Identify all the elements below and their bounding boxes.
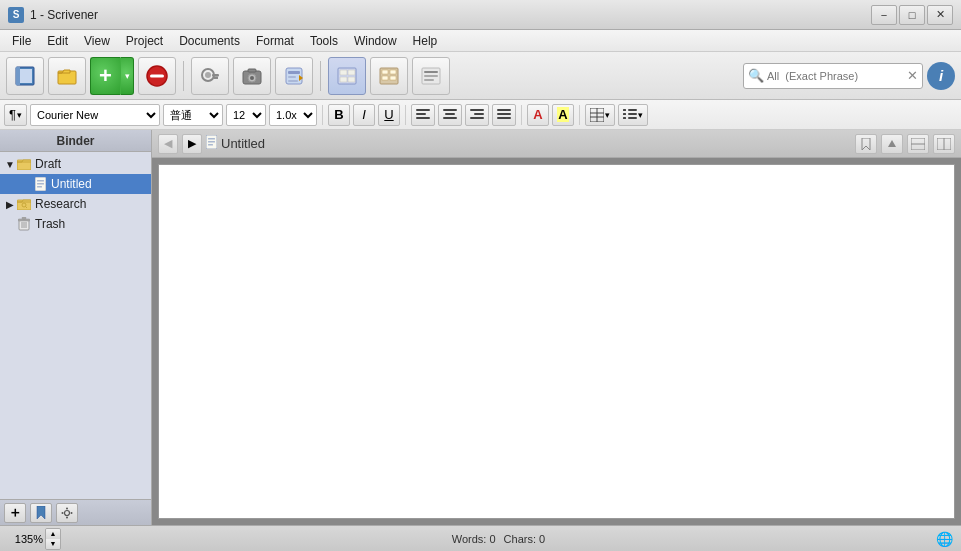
align-justify-button[interactable] [492,104,516,126]
editor-bookmark-button[interactable] [855,134,877,154]
svg-rect-22 [340,77,347,82]
svg-rect-57 [37,180,44,182]
table-button[interactable]: ▾ [585,104,615,126]
font-style-select[interactable]: 普通 [163,104,223,126]
menu-tools[interactable]: Tools [302,32,346,50]
editor-doc-icon [206,135,217,152]
align-left-button[interactable] [411,104,435,126]
maximize-button[interactable]: □ [899,5,925,25]
stop-button[interactable] [138,57,176,95]
align-center-button[interactable] [438,104,462,126]
menu-view[interactable]: View [76,32,118,50]
editor-up-button[interactable] [881,134,903,154]
research-label: Research [35,197,86,211]
untitled-label: Untitled [51,177,92,191]
editor-header: ◀ ▶ Untitled [152,130,961,158]
binder-settings-button[interactable] [56,503,78,523]
editor-split-horiz-button[interactable] [907,134,929,154]
paragraph-style-button[interactable]: ¶ ▾ [4,104,27,126]
svg-point-13 [250,76,254,80]
svg-rect-32 [424,79,434,81]
keywords-button[interactable] [191,57,229,95]
main-area: Binder ▼ Draft [0,130,961,525]
add-button[interactable]: + [90,57,120,95]
binder-icon [14,66,36,86]
font-name-select[interactable]: Courier New [30,104,160,126]
bookmark-icon [36,506,46,519]
info-button[interactable]: i [927,62,955,90]
zoom-up-button[interactable]: ▲ [46,529,60,539]
search-clear-button[interactable]: ✕ [907,68,918,83]
svg-rect-44 [497,117,511,119]
chars-value: 0 [539,533,545,545]
line-spacing-select[interactable]: 1.0x [269,104,317,126]
svg-rect-25 [382,70,388,74]
snapshot-button[interactable] [233,57,271,95]
window-title: 1 - Scrivener [30,8,98,22]
align-right-button[interactable] [465,104,489,126]
svg-rect-33 [416,109,430,111]
paragraph-dropdown-icon: ▾ [17,110,22,120]
list-icon [623,109,637,121]
format-toolbar: ¶ ▾ Courier New 普通 12 1.0x B I U [0,100,961,130]
nav-forward-button[interactable]: ▶ [182,134,202,154]
svg-rect-28 [390,76,396,80]
italic-button[interactable]: I [353,104,375,126]
svg-rect-77 [208,144,213,146]
zoom-down-button[interactable]: ▼ [46,539,60,549]
search-icon: 🔍 [748,68,764,83]
underline-button[interactable]: U [378,104,400,126]
toolbar: + ▾ [0,52,961,100]
outline-view-button[interactable] [412,57,450,95]
binder: Binder ▼ Draft [0,130,152,525]
zoom-area: 135% ▲ ▼ [8,528,61,550]
svg-point-70 [66,507,68,509]
sync-button[interactable] [275,57,313,95]
corkboard-icon [378,66,400,86]
open-button[interactable] [48,57,86,95]
add-dropdown-button[interactable]: ▾ [120,57,134,95]
binder-item-trash[interactable]: Trash [0,214,151,234]
editor-content[interactable] [158,164,955,519]
font-color-button[interactable]: A [527,104,549,126]
close-button[interactable]: ✕ [927,5,953,25]
trash-label: Trash [35,217,65,231]
svg-rect-9 [216,76,218,79]
menu-documents[interactable]: Documents [171,32,248,50]
menu-file[interactable]: File [4,32,39,50]
align-right-icon [470,109,484,121]
editor-split-vert-button[interactable] [933,134,955,154]
word-count-label: Words: 0 [452,533,496,545]
menu-project[interactable]: Project [118,32,171,50]
binder-add-button[interactable]: ＋ [4,503,26,523]
fmt-separator-1 [322,105,323,125]
status-globe-icon[interactable]: 🌐 [936,531,953,547]
zoom-spinner[interactable]: ▲ ▼ [45,528,61,550]
svg-rect-58 [37,183,44,185]
sync-icon [283,66,305,86]
list-button[interactable]: ▾ [618,104,648,126]
header-up-icon [887,139,897,149]
corkboard-view-button[interactable] [370,57,408,95]
binder-bookmark-button[interactable] [30,503,52,523]
menu-help[interactable]: Help [405,32,446,50]
svg-rect-64 [18,219,30,221]
binder-toggle-button[interactable] [6,57,44,95]
minimize-button[interactable]: − [871,5,897,25]
search-input[interactable] [767,70,907,82]
binder-item-draft[interactable]: ▼ Draft [0,154,151,174]
align-justify-icon [497,109,511,121]
bold-button[interactable]: B [328,104,350,126]
menu-edit[interactable]: Edit [39,32,76,50]
menu-window[interactable]: Window [346,32,405,50]
nav-back-button[interactable]: ◀ [158,134,178,154]
binder-item-research[interactable]: ▶ Research [0,194,151,214]
words-label: Words: [452,533,487,545]
menu-format[interactable]: Format [248,32,302,50]
svg-rect-10 [214,76,216,79]
font-size-select[interactable]: 12 [226,104,266,126]
highlight-button[interactable]: A [552,104,574,126]
binder-item-untitled[interactable]: Untitled [0,174,151,194]
scrivenings-view-button[interactable] [328,57,366,95]
svg-rect-54 [628,117,637,119]
